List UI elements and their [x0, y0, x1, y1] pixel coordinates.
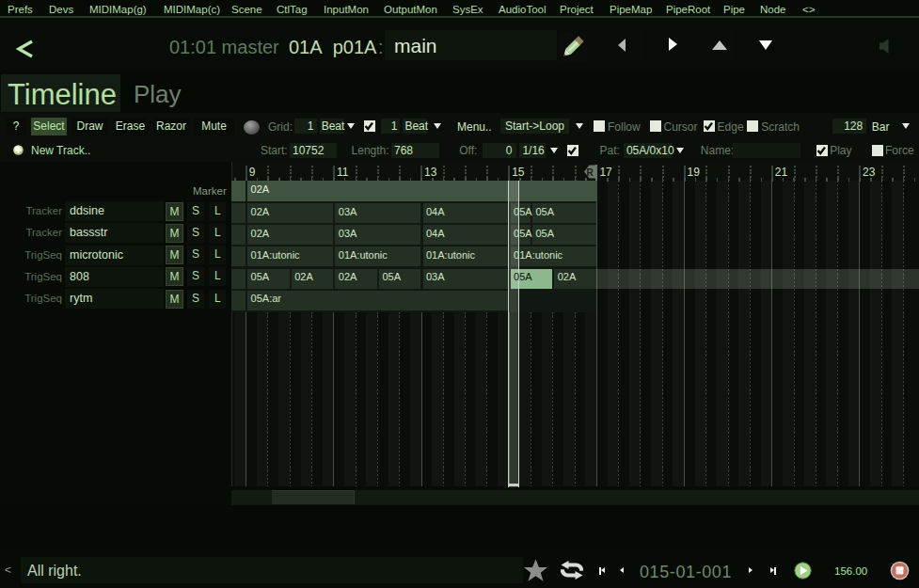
svg-text:R: R [587, 167, 594, 178]
